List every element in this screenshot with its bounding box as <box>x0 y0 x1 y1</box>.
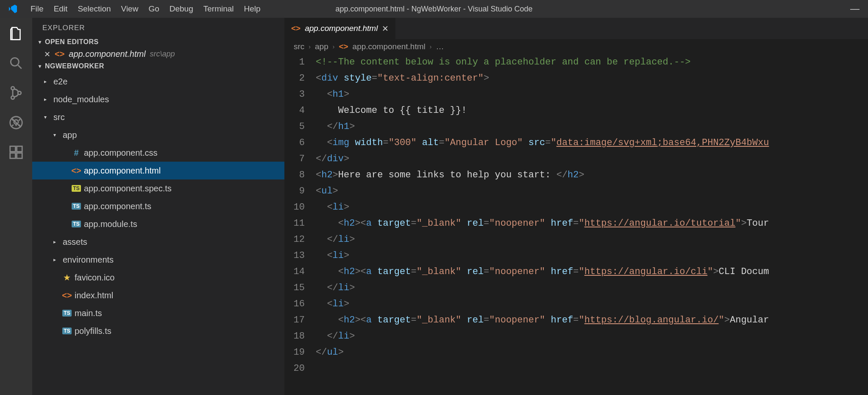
html-file-icon: <> <box>55 49 64 59</box>
extensions-icon[interactable] <box>8 144 24 160</box>
menu-terminal[interactable]: Terminal <box>198 3 239 15</box>
tree-file[interactable]: TSapp.component.spec.ts <box>32 179 284 197</box>
breadcrumb-segment[interactable]: app.component.html <box>353 42 426 51</box>
code-line[interactable]: </ul> <box>316 345 868 361</box>
sidebar-title: EXPLORER <box>32 18 284 36</box>
code-line[interactable] <box>316 361 868 377</box>
editor-area: <> app.component.html ✕ src›app›<>app.co… <box>284 18 868 395</box>
code-line[interactable]: <h2><a target="_blank" rel="noopener" hr… <box>316 216 868 232</box>
line-number: 3 <box>284 87 305 103</box>
tree-file[interactable]: TSpolyfills.ts <box>32 322 284 340</box>
menu-debug[interactable]: Debug <box>164 3 198 15</box>
line-number: 6 <box>284 135 305 151</box>
tree-label: assets <box>63 237 87 247</box>
html-file-icon: <> <box>339 42 348 51</box>
minimize-icon[interactable]: — <box>850 3 860 14</box>
breadcrumbs[interactable]: src›app›<>app.component.html›… <box>284 39 868 54</box>
menu-selection[interactable]: Selection <box>72 3 116 15</box>
chevron-down-icon: ▾ <box>36 63 43 69</box>
line-number: 19 <box>284 345 305 361</box>
line-number: 15 <box>284 280 305 296</box>
line-number: 5 <box>284 119 305 135</box>
svg-rect-9 <box>17 146 22 152</box>
html-file-icon: <> <box>63 291 71 300</box>
code-line[interactable]: <h2>Here are some links to help you star… <box>316 167 868 183</box>
tree-file[interactable]: <>index.html <box>32 286 284 304</box>
code-line[interactable]: </div> <box>316 151 868 167</box>
tree-file[interactable]: TSapp.component.ts <box>32 197 284 215</box>
tree-file[interactable]: #app.component.css <box>32 144 284 162</box>
menu-help[interactable]: Help <box>239 3 266 15</box>
code-line[interactable]: <h1> <box>316 87 868 103</box>
code-line[interactable]: <h2><a target="_blank" rel="noopener" hr… <box>316 264 868 280</box>
code-line[interactable]: <ul> <box>316 183 868 199</box>
source-control-icon[interactable] <box>8 85 24 101</box>
tree-folder[interactable]: ▸node_modules <box>32 90 284 108</box>
svg-point-0 <box>11 58 19 66</box>
tree-label: app.component.ts <box>84 202 151 211</box>
tree-folder[interactable]: ▸environments <box>32 251 284 269</box>
code-line[interactable]: <h2><a target="_blank" rel="noopener" hr… <box>316 312 868 328</box>
ts-file-icon: TS <box>72 203 81 210</box>
code-line[interactable]: </h1> <box>316 119 868 135</box>
code-line[interactable]: </li> <box>316 280 868 296</box>
chevron-right-icon: › <box>430 43 432 50</box>
code-line[interactable]: </li> <box>316 328 868 345</box>
breadcrumb-segment[interactable]: … <box>436 42 444 51</box>
code-line[interactable]: <li> <box>316 248 868 264</box>
svg-rect-7 <box>10 153 16 159</box>
code-line[interactable]: <img width="300" alt="Angular Logo" src=… <box>316 135 868 151</box>
tree-label: index.html <box>75 291 113 300</box>
code-line[interactable]: <li> <box>316 296 868 312</box>
breadcrumb-segment[interactable]: src <box>294 42 304 51</box>
line-number: 12 <box>284 232 305 248</box>
code-line[interactable]: <li> <box>316 199 868 216</box>
ts-file-icon: TS <box>72 221 81 227</box>
tree-file[interactable]: <>app.component.html <box>32 162 284 179</box>
line-number: 11 <box>284 216 305 232</box>
tree-folder[interactable]: ▾app <box>32 126 284 144</box>
chevron-right-icon: › <box>309 43 311 50</box>
tab-app-component-html[interactable]: <> app.component.html ✕ <box>284 18 395 39</box>
ts-file-icon: TS <box>63 328 71 334</box>
tree-label: app.component.css <box>84 148 157 158</box>
open-editors-header[interactable]: ▾ OPEN EDITORS <box>32 36 284 48</box>
explorer-icon[interactable] <box>8 25 24 42</box>
tree-file[interactable]: ★favicon.ico <box>32 269 284 286</box>
tree-label: app <box>63 130 77 140</box>
menu-edit[interactable]: Edit <box>49 3 73 15</box>
line-number: 16 <box>284 296 305 312</box>
line-number: 14 <box>284 264 305 280</box>
tree-folder[interactable]: ▸e2e <box>32 73 284 90</box>
svg-point-2 <box>11 96 14 99</box>
code-line[interactable]: <div style="text-align:center"> <box>316 70 868 87</box>
breadcrumb-segment[interactable]: app <box>315 42 328 51</box>
chevron-down-icon: ▾ <box>36 39 43 45</box>
code-line[interactable]: <!--The content below is only a placehol… <box>316 54 868 70</box>
menu-go[interactable]: Go <box>143 3 164 15</box>
menu-view[interactable]: View <box>116 3 144 15</box>
chevron-right-icon: ▸ <box>53 257 59 263</box>
tree-file[interactable]: TSmain.ts <box>32 304 284 322</box>
close-icon[interactable]: ✕ <box>44 50 50 59</box>
tree-file[interactable]: TSapp.module.ts <box>32 215 284 233</box>
html-file-icon: <> <box>291 24 300 33</box>
project-header[interactable]: ▾ NGWEBWORKER <box>32 61 284 72</box>
search-icon[interactable] <box>8 55 24 71</box>
tree-label: favicon.ico <box>75 273 115 283</box>
code-line[interactable]: Welcome to {{ title }}! <box>316 103 868 119</box>
chevron-right-icon: ▸ <box>53 239 59 245</box>
close-icon[interactable]: ✕ <box>382 24 389 34</box>
tree-folder[interactable]: ▾src <box>32 108 284 126</box>
line-number: 4 <box>284 103 305 119</box>
code-line[interactable]: </li> <box>316 232 868 248</box>
open-editor-item[interactable]: ✕ <> app.component.html src\app <box>32 48 284 61</box>
code-editor[interactable]: 1234567891011121314151617181920 <!--The … <box>284 54 868 395</box>
debug-disabled-icon[interactable] <box>8 115 24 131</box>
tree-label: main.ts <box>75 308 102 318</box>
line-number: 17 <box>284 312 305 328</box>
menu-file[interactable]: File <box>25 3 49 15</box>
code-body[interactable]: <!--The content below is only a placehol… <box>316 54 868 395</box>
tree-folder[interactable]: ▸assets <box>32 233 284 251</box>
title-bar: FileEditSelectionViewGoDebugTerminalHelp… <box>0 0 868 18</box>
